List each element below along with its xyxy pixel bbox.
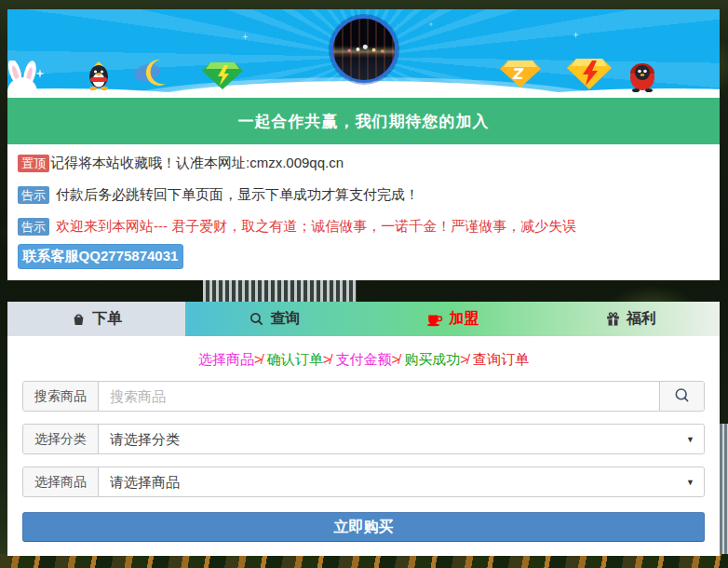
bag-icon	[71, 311, 87, 327]
breadcrumb-separator: ≯	[392, 351, 400, 367]
slogan-text: 一起合作共赢，我们期待您的加入	[238, 111, 490, 132]
notice-text: 记得将本站收藏哦！认准本网址:cmzx.009qq.cn	[50, 155, 344, 172]
qq-penguin-icon	[86, 61, 112, 90]
search-product-row: 搜索商品	[22, 381, 705, 412]
breadcrumb-step-query-order: 查询订单	[473, 351, 529, 367]
gift-icon	[605, 311, 621, 327]
rabbit-icon	[7, 61, 45, 98]
search-icon	[673, 386, 691, 407]
notice-text: 欢迎来到本网站--- 君子爱财，取之有道；诚信做事，一诺千金！严谨做事，减少失误	[56, 218, 576, 236]
tab-label: 加盟	[449, 309, 479, 329]
notice-row-payment: 告示 付款后务必跳转回下单页面，显示下单成功才算支付完成！	[18, 186, 709, 204]
search-product-input[interactable]	[99, 382, 659, 411]
tab-label: 福利	[627, 309, 656, 329]
notice-badge: 告示	[18, 186, 49, 204]
slogan-bar: 一起合作共赢，我们期待您的加入	[7, 98, 720, 144]
search-product-label: 搜索商品	[23, 382, 99, 411]
breadcrumb-separator: ≯	[254, 351, 263, 367]
breadcrumb-step-purchase-success: 购买成功	[404, 351, 460, 367]
breadcrumb-step-confirm-order: 确认订单	[267, 351, 323, 367]
pinned-badge: 置顶	[18, 155, 49, 172]
background-autumn-flowers	[0, 554, 728, 568]
notice-row-pinned: 置顶 记得将本站收藏哦！认准本网址:cmzx.009qq.cn	[18, 155, 709, 172]
red-penguin-icon	[627, 59, 657, 92]
header-banner: Z	[7, 9, 720, 98]
select-category-label: 选择分类	[23, 425, 99, 453]
select-product-label: 选择商品	[23, 467, 99, 496]
category-select[interactable]: 请选择分类	[99, 425, 704, 453]
tab-label: 下单	[92, 309, 122, 329]
tab-order[interactable]: 下单	[7, 302, 185, 336]
tab-bar: 下单 查询 加盟 福利	[7, 302, 720, 336]
breadcrumb-step-pay-amount: 支付金额	[336, 351, 392, 367]
notice-text: 付款后务必跳转回下单页面，显示下单成功才算支付完成！	[56, 186, 419, 204]
select-category-row: 选择分类 请选择分类 ▼	[22, 424, 705, 454]
contact-support-button[interactable]: 联系客服QQ2775874031	[18, 244, 183, 269]
tab-benefits[interactable]: 福利	[542, 302, 720, 336]
notice-badge: 告示	[18, 218, 49, 236]
notice-section: 置顶 记得将本站收藏哦！认准本网址:cmzx.009qq.cn 告示 付款后务必…	[7, 144, 720, 280]
notice-row-welcome: 告示 欢迎来到本网站--- 君子爱财，取之有道；诚信做事，一诺千金！严谨做事，减…	[18, 218, 709, 236]
green-gem-lightning-icon	[201, 61, 244, 90]
search-button[interactable]	[659, 382, 704, 411]
orange-gem-lightning-icon	[566, 57, 613, 90]
moon-icon	[132, 56, 175, 91]
breadcrumb-separator: ≯	[460, 351, 468, 367]
tab-label: 查询	[270, 309, 300, 329]
tab-join[interactable]: 加盟	[364, 302, 542, 336]
night-city-photo-logo	[330, 16, 398, 83]
search-icon	[249, 311, 264, 327]
breadcrumb-step-select-product: 选择商品	[198, 351, 254, 367]
tab-query[interactable]: 查询	[185, 302, 363, 336]
breadcrumb: 选择商品≯确认订单≯支付金额≯购买成功≯查询订单	[22, 351, 705, 369]
select-product-row: 选择商品 请选择商品 ▼	[22, 467, 705, 497]
product-select[interactable]: 请选择商品	[99, 467, 704, 496]
cup-icon	[426, 312, 443, 327]
breadcrumb-separator: ≯	[323, 351, 331, 367]
buy-now-button[interactable]: 立即购买	[22, 512, 705, 542]
order-card: 选择商品≯确认订单≯支付金额≯购买成功≯查询订单 搜索商品 选择分类 请选择分类…	[7, 336, 720, 556]
page-container: Z 一起合作共赢，我们期待您的加入 置顶 记得将本站收藏哦！认准本网址:cmzx…	[7, 9, 720, 556]
z-gem-icon: Z	[499, 59, 542, 88]
